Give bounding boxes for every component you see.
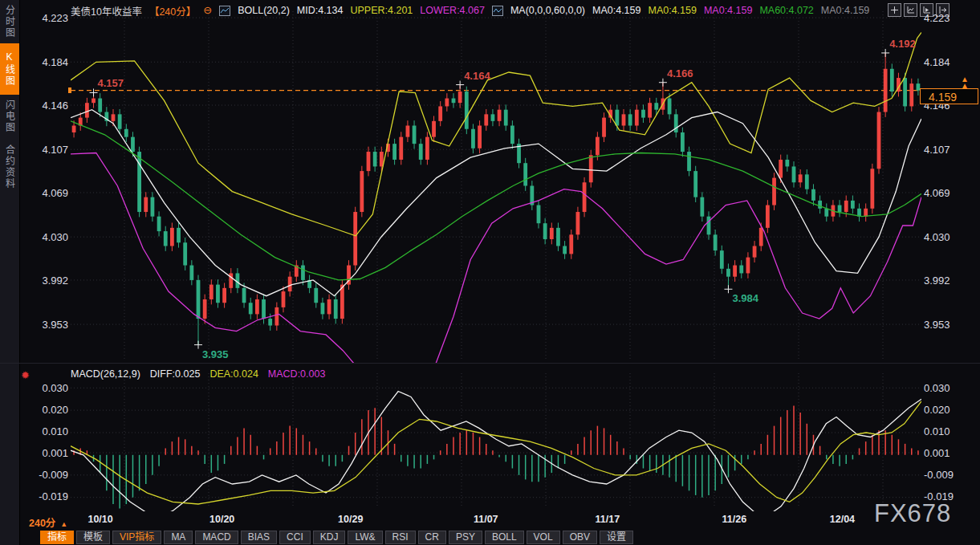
indicator-toolbar: 指标模板VIP指标MAMACDBIASCCIKDJLW&RSICRPSYBOLL… <box>40 530 633 545</box>
watermark: FX678 <box>874 499 951 528</box>
macd-axis-label: 0.030 <box>42 382 68 394</box>
candle-body <box>909 83 913 106</box>
measure-icon[interactable] <box>904 3 917 17</box>
candle-body <box>733 266 737 277</box>
toolbar-tab-指标[interactable]: 指标 <box>40 531 74 544</box>
macd-axis-label: 0.010 <box>924 425 950 437</box>
toolbar-tab-BIAS[interactable]: BIAS <box>241 531 277 544</box>
candle-body <box>91 99 96 104</box>
indicator-settings-icon[interactable]: ✹ <box>21 369 30 381</box>
period-selector-label: 240分 <box>29 518 55 529</box>
macd-chart-canvas[interactable] <box>71 365 921 511</box>
candle-body <box>589 155 593 182</box>
candle-body <box>668 99 672 115</box>
candle-body <box>674 114 678 132</box>
candle-body <box>209 285 213 299</box>
candle-body <box>373 152 377 166</box>
boll-indicator-icon[interactable] <box>219 6 230 16</box>
candle-body <box>700 197 704 217</box>
marker-cross <box>724 285 732 293</box>
candle-body <box>112 114 116 120</box>
candle-body <box>72 125 76 132</box>
candle-body <box>118 114 122 128</box>
candle-body <box>242 288 246 303</box>
boll-mid-value: MID:4.134 <box>297 5 344 16</box>
toolbar-tab-CCI[interactable]: CCI <box>279 531 311 544</box>
macd-axis-label: 0.001 <box>42 447 68 459</box>
macd-axis-label: 0.020 <box>42 404 68 416</box>
y-axis-label: 4.184 <box>924 56 950 68</box>
candle-body <box>131 137 135 152</box>
crosshair-icon[interactable] <box>888 3 901 17</box>
candle-body <box>707 217 711 235</box>
candle-body <box>569 234 573 254</box>
candle-body <box>884 69 888 112</box>
candle-body <box>851 201 855 209</box>
macd-header: MACD(26,12,9) DIFF:0.025 DEA:0.024 MACD:… <box>71 368 325 380</box>
macd-axis-label: 0.030 <box>924 382 950 394</box>
y-axis-label: 4.030 <box>924 231 950 243</box>
candle-body <box>556 228 560 246</box>
y-axis-label: 4.030 <box>42 231 68 243</box>
candle-body <box>753 246 757 257</box>
toolbar-tab-PSY[interactable]: PSY <box>449 531 482 544</box>
candle-body <box>419 144 423 160</box>
marker-cross <box>659 79 667 87</box>
candle-body <box>327 299 331 314</box>
candle-body <box>432 121 436 137</box>
sidebar-tab-3[interactable]: 闪电图 <box>0 98 19 135</box>
toolbar-tab-RSI[interactable]: RSI <box>385 531 416 544</box>
toolbar-tab-模板[interactable]: 模板 <box>76 531 110 544</box>
y-axis-label: 3.992 <box>42 275 68 287</box>
toolbar-tab-BOLL[interactable]: BOLL <box>485 531 524 544</box>
boll-label: BOLL(20,2) <box>238 5 290 16</box>
y-axis-label: 3.992 <box>924 275 950 287</box>
right-price-axis: 4.2234.1844.1464.1074.0694.0303.9923.953… <box>924 0 979 545</box>
macd-axis-label: 0.020 <box>924 404 950 416</box>
price-marker-label: 4.157 <box>98 77 124 89</box>
candle-body <box>183 242 187 265</box>
zoom-out-icon[interactable]: ⊖ <box>203 6 212 15</box>
toolbar-tab-MACD[interactable]: MACD <box>195 531 238 544</box>
sidebar-tab-2[interactable]: K线图 <box>0 43 19 95</box>
toolbar-tab-KDJ[interactable]: KDJ <box>313 531 346 544</box>
macd-macd-value: MACD:0.003 <box>268 368 326 380</box>
candle-body <box>229 273 233 287</box>
toolbar-tab-VIP指标[interactable]: VIP指标 <box>112 531 161 544</box>
candle-body <box>471 129 475 148</box>
macd-params-label: MACD(26,12,9) <box>71 368 140 380</box>
toolbar-tab-MA[interactable]: MA <box>164 531 193 544</box>
candle-body <box>681 132 685 152</box>
candle-body <box>622 114 626 125</box>
toolbar-tab-OBV[interactable]: OBV <box>563 531 597 544</box>
candle-body <box>268 319 272 325</box>
period-selector[interactable]: 240分▲ <box>29 514 67 530</box>
ma-values: MA0:4.159MA0:4.159MA0:4.159MA60:4.072MA0… <box>592 5 869 16</box>
candle-body <box>785 160 789 166</box>
sidebar-tab-1[interactable]: 分时图 <box>0 3 19 40</box>
candle-body <box>739 266 743 274</box>
candle-body <box>811 189 815 201</box>
candle-body <box>274 307 279 326</box>
candle-body <box>654 103 658 109</box>
toolbar-tab-设置[interactable]: 设置 <box>600 531 633 544</box>
macd-axis-label: 0.001 <box>924 447 950 459</box>
sidebar-tab-4[interactable]: 合约资料 <box>0 141 19 193</box>
toolbar-tab-VOL[interactable]: VOL <box>527 531 560 544</box>
candle-body <box>543 223 547 239</box>
candle-body <box>197 280 201 319</box>
price-up-arrow: ▲▲ <box>961 76 969 89</box>
ma-indicator-icon[interactable] <box>492 6 503 16</box>
candle-body <box>583 182 587 212</box>
price-marker-label: 4.166 <box>667 67 693 79</box>
toolbar-tab-LW&[interactable]: LW& <box>348 531 382 544</box>
candle-body <box>399 137 403 160</box>
main-chart-canvas[interactable]: 4.1573.9354.1644.1663.9844.192 <box>71 0 921 363</box>
app-window: 分时图K线图闪电图合约资料 4.1573.9354.1644.1663.9844… <box>0 0 980 545</box>
candle-body <box>877 112 881 169</box>
x-axis: 10/1010/2010/2911/0711/1711/2612/04 <box>71 514 921 527</box>
candle-body <box>406 125 410 136</box>
toolbar-tab-CR[interactable]: CR <box>418 531 446 544</box>
boll-upper-value: UPPER:4.201 <box>350 5 413 16</box>
price-marker-label: 3.984 <box>732 292 758 304</box>
